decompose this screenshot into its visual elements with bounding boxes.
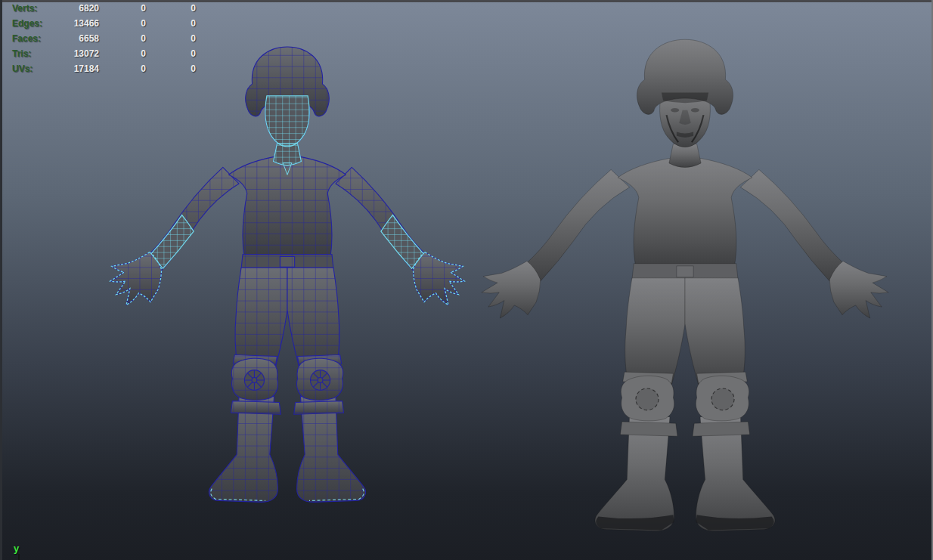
view-axis-gizmo: y: [14, 541, 19, 555]
viewport-3d[interactable]: Verts: 6820 0 0 Edges: 13466 0 0 Faces: …: [0, 0, 933, 560]
knee-pad-discs: [636, 388, 734, 410]
y-axis-line: [18, 554, 20, 560]
hud-label: Verts:: [12, 1, 56, 16]
model-soldier-wireframe[interactable]: [104, 44, 470, 520]
viewport-border-left: [0, 0, 2, 560]
hud-value: 17184: [56, 61, 99, 76]
model-soldier-shaded[interactable]: [475, 36, 895, 550]
hud-value: 0: [146, 16, 196, 31]
hud-row-edges: Edges: 13466 0 0: [12, 16, 196, 31]
hud-row-verts: Verts: 6820 0 0: [12, 1, 196, 16]
y-axis-label: y: [14, 543, 19, 554]
hud-value: 13466: [56, 16, 99, 31]
hud-value: 6658: [56, 31, 99, 46]
hud-value: 13072: [56, 46, 99, 61]
hud-value: 6820: [56, 1, 99, 16]
hud-value: 0: [146, 1, 196, 16]
hud-label: Faces:: [12, 31, 56, 46]
hud-label: UVs:: [12, 61, 56, 76]
knee-pad-wheels: [244, 370, 330, 391]
hud-label: Edges:: [12, 16, 56, 31]
hud-label: Tris:: [12, 46, 56, 61]
hud-value: 0: [99, 16, 146, 31]
hud-value: 0: [99, 1, 146, 16]
